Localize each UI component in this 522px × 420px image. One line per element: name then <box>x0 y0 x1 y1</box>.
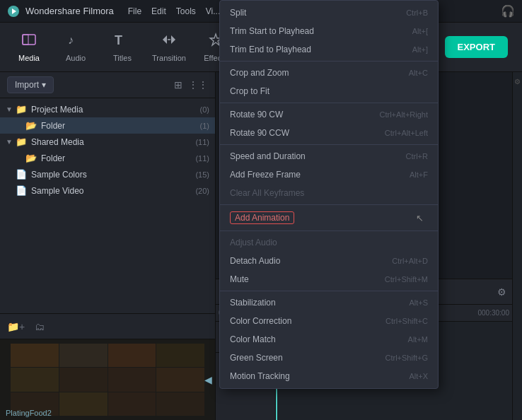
tree-item-project-media[interactable]: ▼ 📁 Project Media (0) <box>0 101 215 117</box>
speed-label: Speed and Duration <box>230 151 306 161</box>
trim-start-shortcut: Alt+[ <box>412 27 428 35</box>
export-button[interactable]: EXPORT <box>445 36 508 58</box>
add-folder-icon[interactable]: 📁+ <box>7 321 25 332</box>
thumb-cell-4 <box>156 344 204 368</box>
toolbar-transition-label: Transition <box>152 54 186 62</box>
toolbar-audio[interactable]: ♪ Audio <box>54 26 98 69</box>
panel-header: Import ▾ ⊞ ⋮⋮ <box>0 72 215 98</box>
right-panel-icon[interactable]: ⚙ <box>514 78 521 86</box>
color-match-label: Color Match <box>230 334 276 344</box>
context-menu: Split Ctrl+B Trim Start to Playhead Alt+… <box>219 0 439 389</box>
clip-name-label: PlatingFood2 <box>6 409 52 417</box>
audio-icon: ♪ <box>68 32 83 51</box>
scroll-arrow-icon: ◀ <box>204 374 212 385</box>
context-menu-green-screen[interactable]: Green Screen Ctrl+Shift+G <box>220 349 438 367</box>
menu-file[interactable]: File <box>128 6 141 16</box>
svg-text:T: T <box>115 33 122 47</box>
context-menu-rotate-cw[interactable]: Rotate 90 CW Ctrl+Alt+Right <box>220 105 438 124</box>
project-media-folder-icon: 📁 <box>16 104 27 115</box>
detach-audio-shortcut: Ctrl+Alt+D <box>392 257 428 265</box>
thumb-cell-12 <box>156 392 204 416</box>
import-button[interactable]: Import ▾ <box>7 76 54 93</box>
thumb-cell-5 <box>11 368 59 392</box>
context-menu-trim-end[interactable]: Trim End to Playhead Alt+] <box>220 40 438 59</box>
context-menu-split[interactable]: Split Ctrl+B <box>220 4 438 22</box>
folder2-icon: 📂 <box>25 153 37 163</box>
timeline-settings-icon[interactable]: ⚙ <box>497 286 506 298</box>
context-menu-stabilization[interactable]: Stabilization Alt+S <box>220 293 438 312</box>
sample-colors-name: Sample Colors <box>31 170 195 180</box>
tree-item-sample-video[interactable]: 📄 Sample Video (20) <box>0 182 215 199</box>
add-animation-label: Add Animation <box>230 211 294 224</box>
context-menu-speed[interactable]: Speed and Duration Ctrl+R <box>220 147 438 165</box>
speed-shortcut: Ctrl+R <box>406 152 428 161</box>
context-menu-clear-keyframes[interactable]: Clear All Keyframes <box>220 184 438 202</box>
motion-tracking-label: Motion Tracking <box>230 371 290 381</box>
freeze-label: Add Freeze Frame <box>230 170 301 180</box>
trim-end-label: Trim End to Playhead <box>230 45 311 54</box>
folder2-count: (11) <box>195 154 209 163</box>
left-panel: Import ▾ ⊞ ⋮⋮ ▼ 📁 Project Media (0) 📂 Fo… <box>0 72 216 420</box>
svg-rect-2 <box>23 35 35 45</box>
crop-zoom-label: Crop and Zoom <box>230 68 289 78</box>
mute-shortcut: Ctrl+Shift+M <box>385 275 428 284</box>
stabilization-shortcut: Alt+S <box>409 298 428 307</box>
context-menu-crop-zoom[interactable]: Crop and Zoom Alt+C <box>220 64 438 82</box>
crop-zoom-shortcut: Alt+C <box>409 69 428 77</box>
stabilization-label: Stabilization <box>230 298 276 308</box>
tree-item-folder[interactable]: 📂 Folder (1) <box>0 117 215 134</box>
food-thumbnail-grid <box>11 344 204 416</box>
grid-icon[interactable]: ⋮⋮ <box>188 79 208 91</box>
sample-colors-icon: 📄 <box>16 169 27 180</box>
context-menu-mute[interactable]: Mute Ctrl+Shift+M <box>220 270 438 288</box>
context-menu-rotate-ccw[interactable]: Rotate 90 CCW Ctrl+Alt+Left <box>220 124 438 142</box>
rotate-cw-shortcut: Ctrl+Alt+Right <box>380 110 428 119</box>
context-menu-motion-tracking[interactable]: Motion Tracking Alt+X <box>220 367 438 385</box>
freeze-shortcut: Alt+F <box>410 170 428 179</box>
context-menu-adjust-audio[interactable]: Adjust Audio <box>220 233 438 252</box>
context-menu-crop-fit[interactable]: Crop to Fit <box>220 82 438 100</box>
thumb-cell-8 <box>156 368 204 392</box>
folder-count: (1) <box>200 122 209 130</box>
filter-icon[interactable]: ⊞ <box>174 79 182 91</box>
context-menu-trim-start[interactable]: Trim Start to Playhead Alt+[ <box>220 22 438 40</box>
tree-item-folder2[interactable]: 📂 Folder (11) <box>0 150 215 166</box>
rotate-cw-label: Rotate 90 CW <box>230 110 283 119</box>
menu-sep-3 <box>220 144 438 145</box>
add-smart-folder-icon[interactable]: 🗂 <box>35 321 45 332</box>
context-menu-color-match[interactable]: Color Match Alt+M <box>220 330 438 349</box>
trim-end-shortcut: Alt+] <box>412 45 428 54</box>
menu-tools[interactable]: Tools <box>176 6 196 16</box>
toolbar-media-label: Media <box>18 54 40 62</box>
folder-name: Folder <box>41 121 200 131</box>
tree-item-shared-media[interactable]: ▼ 📁 Shared Media (11) <box>0 134 215 150</box>
folder2-name: Folder <box>41 153 195 163</box>
menu-sep-2 <box>220 103 438 103</box>
context-menu-freeze[interactable]: Add Freeze Frame Alt+F <box>220 165 438 184</box>
color-match-shortcut: Alt+M <box>408 335 428 344</box>
toolbar-titles[interactable]: T Titles <box>100 26 144 69</box>
toolbar-media[interactable]: Media <box>7 26 51 69</box>
toolbar-transition[interactable]: Transition <box>147 26 191 69</box>
thumb-cell-1 <box>11 344 59 368</box>
thumb-cell-6 <box>59 368 108 392</box>
shared-media-arrow: ▼ <box>6 138 16 146</box>
titlebar-right: 🎧 <box>501 4 515 18</box>
tree-item-sample-colors[interactable]: 📄 Sample Colors (15) <box>0 166 215 182</box>
menu-sep-6 <box>220 291 438 291</box>
svg-text:♪: ♪ <box>68 34 74 46</box>
context-menu-detach-audio[interactable]: Detach Audio Ctrl+Alt+D <box>220 252 438 270</box>
shared-media-count: (11) <box>195 138 209 146</box>
context-menu-add-animation[interactable]: Add Animation ↖ <box>220 207 438 228</box>
split-shortcut: Ctrl+B <box>406 8 428 17</box>
context-menu-color-correction[interactable]: Color Correction Ctrl+Shift+C <box>220 312 438 330</box>
green-screen-shortcut: Ctrl+Shift+G <box>385 354 428 362</box>
import-label: Import <box>15 80 39 90</box>
menu-edit[interactable]: Edit <box>151 6 166 16</box>
sample-colors-count: (15) <box>195 170 209 179</box>
menu-sep-5 <box>220 231 438 231</box>
thumb-cell-11 <box>108 392 156 416</box>
cursor-arrow-icon: ↖ <box>416 213 424 223</box>
menu-view[interactable]: Vi... <box>206 6 220 16</box>
green-screen-label: Green Screen <box>230 353 283 363</box>
